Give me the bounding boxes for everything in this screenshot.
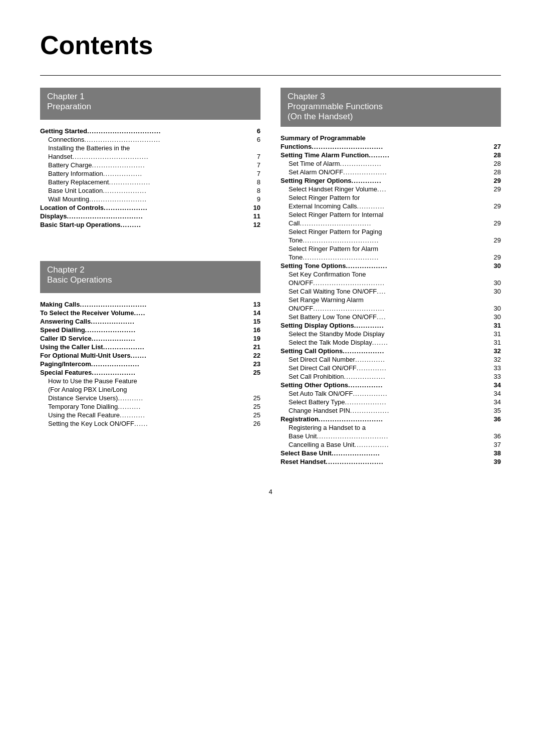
toc-entry: ON/OFF...............................30 [281, 304, 501, 313]
toc-page: 27 [492, 143, 501, 150]
toc-dots: ................... [343, 168, 387, 176]
chapter3-toc: Summary of ProgrammableFunctions........… [281, 134, 501, 466]
toc-dots: ................... [92, 335, 136, 342]
toc-page: 14 [251, 309, 260, 317]
toc-label: Connections.............................… [48, 136, 255, 143]
toc-entry: Using the Recall Feature...........25 [40, 411, 260, 419]
toc-dots: ................................. [72, 153, 148, 160]
toc-label: Setting Call Options.................. [281, 347, 492, 355]
toc-page: 22 [251, 352, 260, 359]
toc-label: Location of Controls................... [40, 204, 251, 211]
toc-dots: ............................... [313, 305, 385, 312]
toc-entry: Set Key Confirmation Tone [281, 270, 501, 279]
toc-page: 23 [251, 360, 260, 368]
toc-entry: Setting Display Options.............31 [281, 321, 501, 330]
toc-page: 30 [492, 288, 501, 295]
toc-entry: Getting Started.........................… [40, 127, 260, 135]
toc-dots: ................................. [303, 236, 379, 244]
toc-dots: ................................. [67, 212, 143, 220]
title-divider [40, 75, 501, 76]
toc-dots: .................. [340, 160, 382, 167]
toc-entry: Distance Service Users)...........25 [40, 394, 260, 402]
toc-entry: Select the Standby Mode Display 31 [281, 330, 501, 338]
toc-dots: ................... [92, 369, 136, 376]
toc-dots: ......................... [89, 195, 147, 203]
toc-label: Registration............................ [281, 415, 492, 423]
toc-page: 36 [492, 432, 501, 440]
toc-label: Call............................... [289, 219, 492, 227]
toc-dots: ....... [131, 352, 147, 359]
toc-dots: ......... [120, 221, 141, 228]
toc-entry: Set Time of Alarm..................28 [281, 159, 501, 168]
page-title: Contents [40, 30, 501, 60]
toc-dots: ..... [134, 309, 145, 317]
toc-dots: .................. [103, 343, 145, 351]
chapter2-toc: Making Calls............................… [40, 300, 260, 428]
toc-page: 28 [492, 160, 501, 167]
toc-label: Set Time of Alarm.................. [289, 160, 492, 167]
toc-entry: Basic Start-up Operations.........12 [40, 220, 260, 229]
toc-label: Battery Information................. [48, 170, 255, 177]
toc-dots: ................... [103, 187, 147, 194]
toc-entry: Answering Calls...................15 [40, 317, 260, 326]
toc-page: 19 [251, 335, 260, 342]
toc-dots: ................... [104, 204, 148, 211]
toc-label: Setting Ringer Options............. [281, 177, 492, 184]
toc-label: Tone................................. [289, 236, 492, 244]
toc-page: 6 [255, 136, 260, 143]
toc-entry: Base Unit Location...................8 [40, 186, 260, 195]
chapter2-subtitle: Basic Operations [47, 275, 253, 285]
toc-page: 38 [492, 449, 501, 457]
toc-entry: Battery Replacement..................8 [40, 178, 260, 186]
toc-dots: .................. [346, 262, 387, 270]
toc-entry: Setting the Key Lock ON/OFF......26 [40, 419, 260, 428]
chapter2-header: Chapter 2 Basic Operations [40, 261, 260, 293]
toc-page: 28 [492, 151, 501, 159]
toc-label: Paging/Intercom..................... [40, 360, 251, 368]
toc-page: 29 [492, 254, 501, 261]
toc-page: 30 [492, 313, 501, 321]
toc-page: 21 [251, 343, 260, 351]
toc-dots: ..................... [91, 360, 140, 368]
toc-dots: ....................... [92, 161, 145, 169]
toc-dots: ............................... [312, 143, 383, 150]
toc-dots: ............................. [80, 301, 147, 308]
toc-entry: Select Ringer Pattern for Internal [281, 210, 501, 219]
toc-entry: For Optional Multi-Unit Users.......22 [40, 351, 260, 360]
toc-entry: External Incoming Calls............29 [281, 202, 501, 210]
toc-page: 9 [255, 195, 260, 203]
toc-label: Using the Caller List.................. [40, 343, 251, 351]
toc-dots: ................................. [303, 254, 379, 261]
toc-entry: Summary of Programmable [281, 134, 501, 142]
toc-page: 10 [251, 204, 260, 211]
toc-label: Set Alarm ON/OFF................... [289, 168, 492, 176]
toc-label: Set Auto Talk ON/OFF............... [289, 390, 492, 397]
toc-entry: Setting Time Alarm Function.........28 [281, 151, 501, 159]
toc-dots: ............. [352, 177, 382, 184]
toc-entry: Select Ringer Pattern for Paging [281, 227, 501, 236]
toc-entry: Speed Dialling......................16 [40, 326, 260, 334]
toc-page: 29 [492, 236, 501, 244]
toc-entry: Connections.............................… [40, 135, 260, 144]
toc-label: Set Battery Low Tone ON/OFF.... [289, 313, 492, 321]
toc-label: Installing the Batteries in the [48, 144, 260, 152]
chapter3-subtitle2: (On the Handset) [288, 112, 494, 122]
toc-label: External Incoming Calls............ [289, 202, 492, 210]
toc-page: 13 [251, 301, 260, 308]
toc-entry: Wall Mounting.........................9 [40, 195, 260, 203]
toc-label: Handset................................. [48, 153, 255, 160]
toc-page: 25 [251, 403, 260, 410]
toc-label: Select Handset Ringer Volume.... [289, 185, 492, 193]
toc-page: 7 [255, 153, 260, 160]
toc-dots: ............. [354, 322, 384, 329]
toc-page: 31 [492, 330, 501, 338]
toc-entry: Tone.................................29 [281, 253, 501, 262]
toc-label: To Select the Receiver Volume..... [40, 309, 251, 317]
toc-dots: .................. [343, 347, 384, 355]
toc-label: Wall Mounting......................... [48, 195, 255, 203]
toc-label: Setting Time Alarm Function......... [281, 151, 492, 159]
toc-page: 33 [492, 364, 501, 372]
toc-entry: Registering a Handset to a [281, 423, 501, 432]
toc-label: Distance Service Users)........... [48, 394, 251, 402]
toc-page: 35 [492, 407, 501, 414]
